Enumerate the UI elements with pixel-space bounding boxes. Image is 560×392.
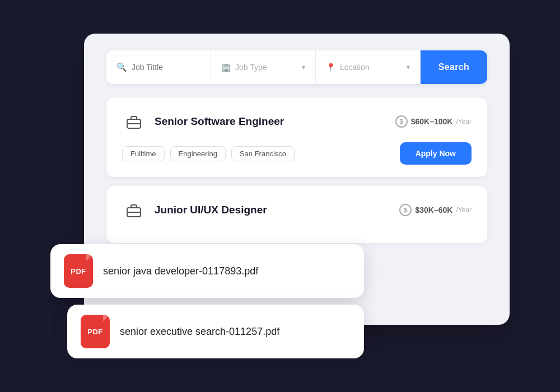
tag-engineering-1: Engineering	[170, 146, 226, 161]
search-button[interactable]: Search	[421, 50, 487, 84]
job-type-dropdown[interactable]: 🏢 Job Type ▾	[211, 50, 316, 84]
search-bar: 🔍 🏢 Job Type ▾ 📍 Location ▾ Search	[106, 50, 487, 84]
pdf-icon-2: PDF	[81, 315, 110, 348]
salary-icon-2: $	[399, 204, 412, 216]
job-title-area-1: Senior Software Engineer	[122, 110, 284, 133]
apply-button-1[interactable]: Apply Now	[400, 142, 472, 165]
salary-amount-1: $60K–100K	[411, 117, 453, 126]
chevron-down-icon: ▾	[407, 63, 410, 71]
briefcase-icon-1	[122, 110, 146, 133]
chevron-down-icon: ▾	[302, 63, 305, 71]
tag-fulltime-1: Fulltime	[122, 146, 165, 161]
pdf-filename-1: senior java developer-0117893.pdf	[103, 265, 258, 277]
job-title-1: Senior Software Engineer	[155, 115, 284, 128]
job-title-field[interactable]: 🔍	[106, 50, 211, 84]
job-card-2: Junior UI/UX Designer $ $30K–60K /Year	[106, 186, 487, 243]
salary-period-1: /Year	[456, 118, 472, 125]
job-title-area-2: Junior UI/UX Designer	[122, 198, 267, 222]
job-type-icon: 🏢	[221, 63, 231, 72]
salary-area-1: $ $60K–100K /Year	[395, 115, 472, 128]
job-card-top-1: Senior Software Engineer $ $60K–100K /Ye…	[122, 110, 472, 133]
job-card-1: Senior Software Engineer $ $60K–100K /Ye…	[106, 97, 487, 177]
salary-icon-1: $	[395, 115, 408, 128]
pdf-card-2[interactable]: PDF senior executive search-011257.pdf	[67, 305, 364, 358]
search-icon: 🔍	[116, 62, 127, 72]
pdf-cards-area: PDF senior java developer-0117893.pdf PD…	[50, 244, 364, 358]
briefcase-icon-2	[122, 198, 146, 222]
job-title-2: Junior UI/UX Designer	[155, 204, 267, 216]
job-title-input[interactable]	[132, 63, 200, 72]
salary-period-2: /Year	[456, 206, 472, 214]
job-card-top-2: Junior UI/UX Designer $ $30K–60K /Year	[122, 198, 472, 222]
salary-area-2: $ $30K–60K /Year	[399, 204, 472, 216]
pdf-card-1[interactable]: PDF senior java developer-0117893.pdf	[50, 244, 364, 298]
tags-1: Fulltime Engineering San Francisco	[122, 146, 295, 161]
pdf-filename-2: senior executive search-011257.pdf	[120, 326, 279, 338]
pdf-icon-1: PDF	[64, 254, 93, 288]
salary-amount-2: $30K–60K	[415, 206, 452, 214]
tag-location-1: San Francisco	[231, 146, 295, 161]
location-dropdown[interactable]: 📍 Location ▾	[316, 50, 421, 84]
location-icon: 📍	[326, 63, 335, 72]
job-type-label: Job Type	[235, 63, 267, 72]
job-card-bottom-1: Fulltime Engineering San Francisco Apply…	[122, 142, 472, 165]
main-container: 🔍 🏢 Job Type ▾ 📍 Location ▾ Search	[50, 34, 510, 358]
location-label: Location	[340, 63, 370, 72]
